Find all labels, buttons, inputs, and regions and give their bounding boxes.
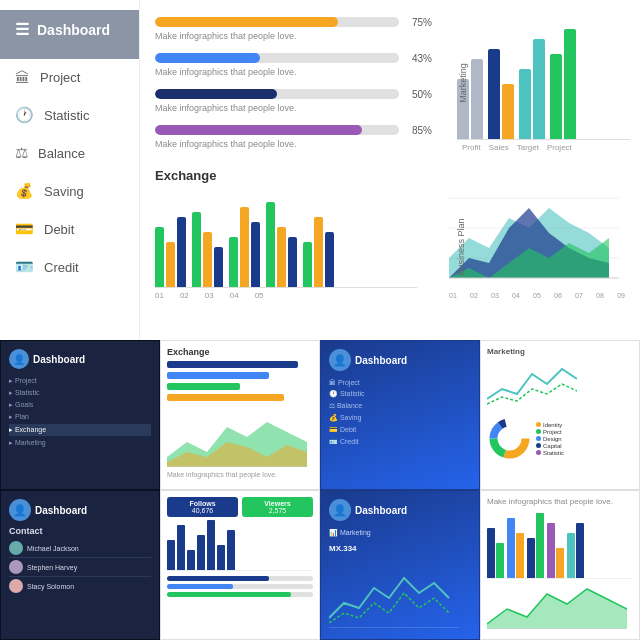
- sidebar-item-credit[interactable]: 🪪 Credit: [0, 248, 139, 286]
- hamburger-icon[interactable]: ☰: [15, 20, 29, 39]
- progress-bar-bg-4: [155, 125, 399, 135]
- grid-cell-dark-sidebar-1: 👤 Dashboard ▸ Project ▸ Statistic ▸ Goal…: [0, 340, 160, 490]
- contact-avatar: 👤: [9, 499, 31, 521]
- sidebar-item-statistic[interactable]: 🕐 Statistic: [0, 96, 139, 134]
- bar-multi-chart: [487, 509, 633, 579]
- exchange-title: Exchange: [155, 168, 417, 183]
- progress-item-2: 43% Make infographics that people love.: [155, 53, 432, 77]
- blue-marketing-item[interactable]: 📊 Marketing: [329, 527, 471, 539]
- blue-item-project[interactable]: 🏛 Project: [329, 377, 471, 388]
- contact-header: 👤 Dashboard: [9, 499, 151, 521]
- progress-bar-fill-2: [155, 53, 260, 63]
- exchange-mini-bars: [167, 361, 313, 401]
- business-axis-label: Business Plan: [456, 218, 466, 275]
- mini-progress-bars: [167, 576, 313, 597]
- donut-section: Identity Project Design Capital Statisti…: [487, 416, 633, 461]
- statistic-icon: 🕐: [15, 106, 34, 124]
- grid-cell-contact: 👤 Dashboard Contact Michael Jackson Step…: [0, 490, 160, 640]
- sidebar-label-statistic: Statistic: [44, 108, 90, 123]
- sidebar-label-debit: Debit: [44, 222, 74, 237]
- progress-bar-bg-2: [155, 53, 399, 63]
- progress-label-4: Make infographics that people love.: [155, 139, 432, 149]
- progress-pct-4: 85%: [404, 125, 432, 136]
- mini-item-plan[interactable]: ▸ Plan: [9, 411, 151, 423]
- marketing-bar-project-2: [564, 29, 576, 139]
- bar-cell-area: [487, 579, 627, 629]
- marketing-bar-target-1: [519, 69, 531, 139]
- marketing-bar-target-2: [533, 39, 545, 139]
- marketing-bar-project-1: [550, 54, 562, 139]
- marketing-bar-profit-2: [471, 59, 483, 139]
- blue-title-bottom: Dashboard: [355, 505, 407, 516]
- blue-item-saving[interactable]: 💰 Saving: [329, 412, 471, 424]
- donut-chart: [487, 416, 532, 461]
- exchange-mini-sub: Make infographics that people love.: [167, 471, 313, 478]
- contact-row-3: Stacy Solomon: [9, 577, 151, 595]
- progress-pct-3: 50%: [404, 89, 432, 100]
- mini-item-marketing[interactable]: ▸ Marketing: [9, 437, 151, 449]
- sidebar-item-balance[interactable]: ⚖ Balance: [0, 134, 139, 172]
- blue-item-credit[interactable]: 🪪 Credit: [329, 436, 471, 448]
- sidebar-item-debit[interactable]: 💳 Debit: [0, 210, 139, 248]
- viewers-badge: Viewers 2,575: [242, 497, 313, 517]
- donut-legend: Identity Project Design Capital Statisti…: [536, 422, 564, 456]
- mini-item-exchange[interactable]: ▸ Exchange: [9, 424, 151, 436]
- saving-icon: 💰: [15, 182, 34, 200]
- mx-value: MX.334: [329, 544, 471, 553]
- marketing-label-sales: Sales: [489, 143, 509, 152]
- blue-avatar-bottom: 👤: [329, 499, 351, 521]
- grid-cell-blue-sidebar: 👤 Dashboard 🏛 Project 🕐 Statistic ⚖ Bala…: [320, 340, 480, 490]
- marketing-line-chart: [487, 359, 577, 409]
- marketing-mini-title: Marketing: [487, 347, 633, 356]
- progress-label-1: Make infographics that people love.: [155, 31, 432, 41]
- exchange-x-labels: 01 02 03 04 05: [155, 291, 417, 300]
- sidebar-label-credit: Credit: [44, 260, 79, 275]
- blue-item-debit[interactable]: 💳 Debit: [329, 424, 471, 436]
- sidebar-label-project: Project: [40, 70, 80, 85]
- charts-row: Exchange: [150, 163, 630, 330]
- mini-item-goals[interactable]: ▸ Goals: [9, 399, 151, 411]
- progress-item-4: 85% Make infographics that people love.: [155, 125, 432, 149]
- sidebar-title: Dashboard: [37, 22, 110, 38]
- progress-item-3: 50% Make infographics that people love.: [155, 89, 432, 113]
- contact-dashboard-label: Dashboard: [35, 505, 87, 516]
- marketing-bar-sales-1: [488, 49, 500, 139]
- grid-cell-exchange: Exchange Make infographics that people l…: [160, 340, 320, 490]
- mini-dashboard-header-3: 👤 Dashboard: [329, 349, 471, 371]
- balance-icon: ⚖: [15, 144, 28, 162]
- sidebar-label-balance: Balance: [38, 146, 85, 161]
- blue-item-balance[interactable]: ⚖ Balance: [329, 400, 471, 412]
- contact-name-2: Stephen Harvey: [27, 564, 77, 571]
- debit-icon: 💳: [15, 220, 34, 238]
- sidebar-item-project[interactable]: 🏛 Project: [0, 59, 139, 96]
- progress-item-1: 75% Make infographics that people love.: [155, 17, 432, 41]
- grid-cell-stats: Follows 40,676 Viewers 2,575: [160, 490, 320, 640]
- business-x-labels: 01 02 03 04 05 06 07 08 09: [449, 292, 625, 299]
- sidebar-item-saving[interactable]: 💰 Saving: [0, 172, 139, 210]
- follows-badge: Follows 40,676: [167, 497, 238, 517]
- contact-row-2: Stephen Harvey: [9, 558, 151, 577]
- blue-line-chart: [329, 558, 459, 628]
- business-area-chart: [449, 168, 619, 288]
- grid-cell-bar-multi: Make infographics that people love.: [480, 490, 640, 640]
- grid-cell-marketing: Marketing Identity Project Design Capita…: [480, 340, 640, 490]
- marketing-bar-sales-2: [502, 84, 514, 139]
- mini-dashboard-header-1: 👤 Dashboard: [9, 349, 151, 369]
- marketing-label-profit: Profit: [462, 143, 481, 152]
- progress-label-3: Make infographics that people love.: [155, 103, 432, 113]
- marketing-label-project: Project: [547, 143, 572, 152]
- contact-row-1: Michael Jackson: [9, 539, 151, 558]
- exchange-mini-area: [167, 407, 307, 467]
- mini-item-statistic[interactable]: ▸ Statistic: [9, 387, 151, 399]
- progress-bar-fill-1: [155, 17, 338, 27]
- marketing-label-target: Target: [517, 143, 539, 152]
- progress-label-2: Make infographics that people love.: [155, 67, 432, 77]
- mini-item-project[interactable]: ▸ Project: [9, 375, 151, 387]
- mini-avatar-3: 👤: [329, 349, 351, 371]
- marketing-section: Marketing: [445, 10, 630, 155]
- grid-cell-blue-bottom: 👤 Dashboard 📊 Marketing MX.334: [320, 490, 480, 640]
- blue-dashboard-header-bottom: 👤 Dashboard: [329, 499, 471, 521]
- blue-item-statistic[interactable]: 🕐 Statistic: [329, 388, 471, 400]
- sidebar-header: ☰ Dashboard: [0, 10, 139, 59]
- mini-avatar-1: 👤: [9, 349, 29, 369]
